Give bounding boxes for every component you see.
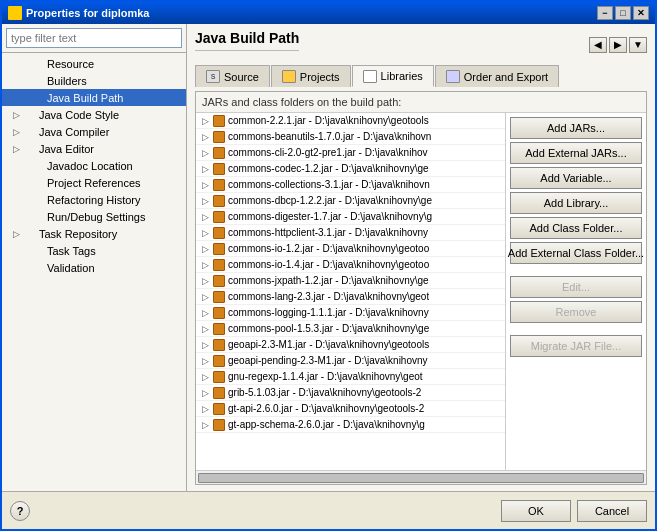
main-panel: Java Build Path ◀ ▶ ▼ SSourceProjectsLib… (187, 24, 655, 491)
jar-item[interactable]: ▷commons-logging-1.1.1.jar - D:\java\kni… (196, 305, 505, 321)
sidebar-item-label: Task Tags (47, 245, 96, 257)
add-class-folder-button[interactable]: Add Class Folder... (510, 217, 642, 239)
sidebar-item-label: Java Compiler (39, 126, 109, 138)
jar-item[interactable]: ▷commons-codec-1.2.jar - D:\java\knihovn… (196, 161, 505, 177)
jar-item[interactable]: ▷geoapi-2.3-M1.jar - D:\java\knihovny\ge… (196, 337, 505, 353)
jar-item[interactable]: ▷grib-5.1.03.jar - D:\java\knihovny\geot… (196, 385, 505, 401)
jar-expand-icon: ▷ (198, 418, 212, 432)
search-input[interactable] (6, 28, 182, 48)
sidebar-item-javadoc-location[interactable]: Javadoc Location (2, 157, 186, 174)
add-external-class-folder-button[interactable]: Add External Class Folder... (510, 242, 642, 264)
sidebar-item-task-repository[interactable]: ▷Task Repository (2, 225, 186, 242)
nav-menu-button[interactable]: ▼ (629, 37, 647, 53)
jar-label: commons-collections-3.1.jar - D:\java\kn… (228, 179, 430, 190)
add-external-jars-button[interactable]: Add External JARs... (510, 142, 642, 164)
sidebar-item-label: Java Build Path (47, 92, 123, 104)
close-button[interactable]: ✕ (633, 6, 649, 20)
jar-item[interactable]: ▷commons-lang-2.3.jar - D:\java\knihovny… (196, 289, 505, 305)
jar-expand-icon: ▷ (198, 242, 212, 256)
jar-file-icon (212, 290, 226, 304)
jar-item[interactable]: ▷commons-dbcp-1.2.2.jar - D:\java\knihov… (196, 193, 505, 209)
jar-item[interactable]: ▷gt-app-schema-2.6.0.jar - D:\java\kniho… (196, 417, 505, 433)
jar-expand-icon: ▷ (198, 402, 212, 416)
tab-label-source: Source (224, 71, 259, 83)
add-jars-button[interactable]: Add JARs... (510, 117, 642, 139)
jar-item[interactable]: ▷commons-beanutils-1.7.0.jar - D:\java\k… (196, 129, 505, 145)
jar-label: commons-digester-1.7.jar - D:\java\kniho… (228, 211, 432, 222)
jar-item[interactable]: ▷common-2.2.1.jar - D:\java\knihovny\geo… (196, 113, 505, 129)
jar-file-icon (212, 146, 226, 160)
leaf-icon (18, 177, 30, 189)
leaf-icon (18, 245, 30, 257)
horizontal-scrollbar[interactable] (196, 470, 646, 484)
jar-file-icon (212, 402, 226, 416)
panel-title: Java Build Path (195, 30, 299, 51)
jar-item[interactable]: ▷commons-jxpath-1.2.jar - D:\java\knihov… (196, 273, 505, 289)
tab-source[interactable]: SSource (195, 65, 270, 87)
back-button[interactable]: ◀ (589, 37, 607, 53)
leaf-icon (18, 58, 30, 70)
sidebar-item-resource[interactable]: Resource (2, 55, 186, 72)
jar-item[interactable]: ▷commons-io-1.2.jar - D:\java\knihovny\g… (196, 241, 505, 257)
jar-file-icon (212, 386, 226, 400)
leaf-icon (18, 92, 30, 104)
leaf-icon (18, 160, 30, 172)
jar-item[interactable]: ▷commons-collections-3.1.jar - D:\java\k… (196, 177, 505, 193)
help-button[interactable]: ? (10, 501, 30, 521)
jar-file-icon (212, 418, 226, 432)
tab-label-projects: Projects (300, 71, 340, 83)
jar-list[interactable]: ▷common-2.2.1.jar - D:\java\knihovny\geo… (196, 113, 506, 470)
sidebar-item-builders[interactable]: Builders (2, 72, 186, 89)
sidebar-item-java-compiler[interactable]: ▷Java Compiler (2, 123, 186, 140)
action-buttons: Add JARs...Add External JARs...Add Varia… (506, 113, 646, 470)
jar-label: commons-io-1.2.jar - D:\java\knihovny\ge… (228, 243, 429, 254)
sidebar-item-java-code-style[interactable]: ▷Java Code Style (2, 106, 186, 123)
sidebar-item-java-editor[interactable]: ▷Java Editor (2, 140, 186, 157)
sidebar-item-task-tags[interactable]: Task Tags (2, 242, 186, 259)
jar-expand-icon: ▷ (198, 370, 212, 384)
add-library-button[interactable]: Add Library... (510, 192, 642, 214)
bottom-bar: ? OK Cancel (2, 491, 655, 529)
jar-item[interactable]: ▷commons-cli-2.0-gt2-pre1.jar - D:\java\… (196, 145, 505, 161)
jar-item[interactable]: ▷geoapi-pending-2.3-M1.jar - D:\java\kni… (196, 353, 505, 369)
tab-projects[interactable]: Projects (271, 65, 351, 87)
jar-item[interactable]: ▷commons-digester-1.7.jar - D:\java\knih… (196, 209, 505, 225)
jar-item[interactable]: ▷commons-httpclient-3.1.jar - D:\java\kn… (196, 225, 505, 241)
jar-label: commons-httpclient-3.1.jar - D:\java\kni… (228, 227, 428, 238)
jar-file-icon (212, 322, 226, 336)
jar-expand-icon: ▷ (198, 226, 212, 240)
leaf-icon (18, 75, 30, 87)
cancel-button[interactable]: Cancel (577, 500, 647, 522)
add-variable-button[interactable]: Add Variable... (510, 167, 642, 189)
jar-item[interactable]: ▷gt-api-2.6.0.jar - D:\java\knihovny\geo… (196, 401, 505, 417)
order-export-tab-icon (446, 70, 460, 83)
jar-expand-icon: ▷ (198, 114, 212, 128)
jar-item[interactable]: ▷commons-io-1.4.jar - D:\java\knihovny\g… (196, 257, 505, 273)
maximize-button[interactable]: □ (615, 6, 631, 20)
tab-libraries[interactable]: Libraries (352, 65, 434, 87)
ok-button[interactable]: OK (501, 500, 571, 522)
jar-label: commons-jxpath-1.2.jar - D:\java\knihovn… (228, 275, 429, 286)
jar-expand-icon: ▷ (198, 178, 212, 192)
jar-file-icon (212, 130, 226, 144)
sidebar-item-label: Task Repository (39, 228, 117, 240)
sidebar-item-run-debug-settings[interactable]: Run/Debug Settings (2, 208, 186, 225)
sidebar-item-refactoring-history[interactable]: Refactoring History (2, 191, 186, 208)
sidebar-item-java-build-path[interactable]: Java Build Path (2, 89, 186, 106)
sidebar-item-label: Resource (47, 58, 94, 70)
build-path-content: JARs and class folders on the build path… (195, 91, 647, 485)
jar-label: commons-dbcp-1.2.2.jar - D:\java\knihovn… (228, 195, 432, 206)
sidebar-item-project-references[interactable]: Project References (2, 174, 186, 191)
sidebar-item-validation[interactable]: Validation (2, 259, 186, 276)
forward-button[interactable]: ▶ (609, 37, 627, 53)
jar-item[interactable]: ▷gnu-regexp-1.1.4.jar - D:\java\knihovny… (196, 369, 505, 385)
jar-label: commons-lang-2.3.jar - D:\java\knihovny\… (228, 291, 429, 302)
tab-order-export[interactable]: Order and Export (435, 65, 559, 87)
jar-label: grib-5.1.03.jar - D:\java\knihovny\geoto… (228, 387, 421, 398)
jar-item[interactable]: ▷commons-pool-1.5.3.jar - D:\java\knihov… (196, 321, 505, 337)
minimize-button[interactable]: − (597, 6, 613, 20)
sidebar-item-label: Javadoc Location (47, 160, 133, 172)
source-tab-icon: S (206, 70, 220, 83)
tab-label-libraries: Libraries (381, 70, 423, 82)
jar-label: gt-app-schema-2.6.0.jar - D:\java\knihov… (228, 419, 425, 430)
